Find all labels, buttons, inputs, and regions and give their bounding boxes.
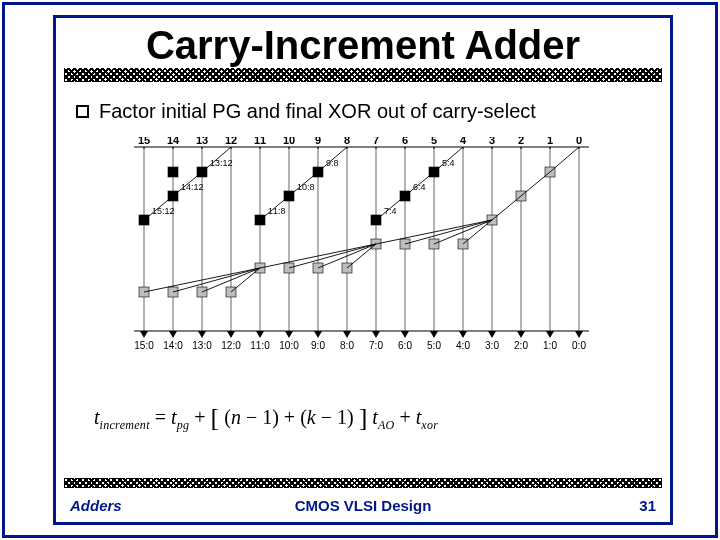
bullet-text: Factor initial PG and final XOR out of c… (99, 100, 536, 122)
prefix-tree-figure: 151413121110987654321015:014:013:012:011… (121, 137, 605, 391)
svg-marker-62 (546, 331, 554, 338)
svg-text:7:0: 7:0 (369, 340, 383, 351)
svg-text:3: 3 (489, 137, 495, 146)
bullet-square-icon (76, 105, 89, 118)
svg-text:6:4: 6:4 (413, 182, 426, 192)
eq-t3-sub: xor (421, 418, 438, 432)
svg-text:7: 7 (373, 137, 379, 146)
eq-plus3: + (399, 406, 415, 428)
svg-line-117 (318, 147, 347, 172)
footer-center: CMOS VLSI Design (64, 497, 662, 514)
svg-marker-34 (140, 331, 148, 338)
eq-t1-sub: pg (177, 418, 190, 432)
timing-equation: tincrement = tpg + [ (n − 1) + (k − 1) ]… (94, 401, 670, 433)
svg-marker-46 (314, 331, 322, 338)
svg-line-118 (434, 147, 463, 172)
svg-text:8: 8 (344, 137, 350, 146)
svg-marker-58 (488, 331, 496, 338)
svg-marker-38 (198, 331, 206, 338)
svg-text:11: 11 (254, 137, 266, 146)
svg-text:11:0: 11:0 (250, 340, 270, 351)
eq-plus2: + (284, 406, 300, 428)
svg-text:14: 14 (167, 137, 180, 146)
eq-close-bracket: ] (359, 403, 368, 432)
svg-text:4:0: 4:0 (456, 340, 470, 351)
svg-marker-64 (575, 331, 583, 338)
svg-text:0: 0 (576, 137, 582, 146)
svg-text:6: 6 (402, 137, 408, 146)
svg-marker-54 (430, 331, 438, 338)
footer-right: 31 (639, 497, 656, 514)
eq-sign: = (155, 406, 171, 428)
svg-text:13:12: 13:12 (210, 158, 233, 168)
svg-text:5: 5 (431, 137, 437, 146)
svg-line-124 (376, 196, 405, 220)
svg-line-134 (289, 244, 376, 268)
svg-text:12:0: 12:0 (221, 340, 241, 351)
eq-k: k (307, 406, 316, 428)
svg-text:10:0: 10:0 (279, 340, 299, 351)
svg-marker-44 (285, 331, 293, 338)
svg-line-127 (492, 196, 521, 220)
svg-text:12: 12 (225, 137, 237, 146)
svg-text:10: 10 (283, 137, 295, 146)
footer: Adders CMOS VLSI Design 31 (64, 492, 662, 514)
svg-line-121 (405, 172, 434, 196)
svg-marker-50 (372, 331, 380, 338)
eq-p2a: ( (300, 406, 307, 428)
svg-text:9:0: 9:0 (311, 340, 325, 351)
svg-text:2: 2 (518, 137, 524, 146)
inner-frame: Carry-Increment Adder Factor initial PG … (53, 15, 673, 525)
svg-line-130 (405, 220, 492, 244)
eq-n: n (231, 406, 241, 428)
svg-marker-36 (169, 331, 177, 338)
svg-text:3:0: 3:0 (485, 340, 499, 351)
svg-text:2:0: 2:0 (514, 340, 528, 351)
svg-marker-42 (256, 331, 264, 338)
svg-marker-40 (227, 331, 235, 338)
svg-text:6:0: 6:0 (398, 340, 412, 351)
eq-m2: − 1 (316, 406, 347, 428)
eq-open-bracket: [ (211, 403, 220, 432)
svg-text:5:0: 5:0 (427, 340, 441, 351)
svg-text:14:0: 14:0 (163, 340, 183, 351)
svg-rect-82 (168, 167, 178, 177)
bullet-line: Factor initial PG and final XOR out of c… (76, 100, 662, 123)
svg-text:15:0: 15:0 (134, 340, 154, 351)
svg-text:13: 13 (196, 137, 208, 146)
svg-line-126 (521, 172, 550, 196)
svg-text:4: 4 (460, 137, 467, 146)
svg-text:8:0: 8:0 (340, 340, 354, 351)
slide-title: Carry-Increment Adder (64, 24, 662, 66)
svg-text:0:0: 0:0 (572, 340, 586, 351)
eq-p1a: ( (224, 406, 231, 428)
svg-text:7:4: 7:4 (384, 206, 397, 216)
eq-t2-sub: AO (378, 418, 395, 432)
eq-m1: − 1 (241, 406, 272, 428)
prefix-tree-svg: 151413121110987654321015:014:013:012:011… (121, 137, 605, 391)
svg-text:1: 1 (547, 137, 553, 146)
svg-marker-48 (343, 331, 351, 338)
svg-marker-56 (459, 331, 467, 338)
svg-text:1:0: 1:0 (543, 340, 557, 351)
svg-line-138 (173, 268, 260, 292)
outer-frame: Carry-Increment Adder Factor initial PG … (2, 2, 718, 538)
eq-p1b: ) (272, 406, 279, 428)
eq-p2b: ) (347, 406, 354, 428)
svg-text:13:0: 13:0 (192, 340, 212, 351)
svg-line-125 (550, 147, 579, 172)
footer-rule (64, 478, 662, 488)
svg-text:15: 15 (138, 137, 150, 146)
title-underline (64, 68, 662, 82)
eq-lhs-sub: increment (100, 418, 150, 432)
svg-marker-60 (517, 331, 525, 338)
svg-text:9: 9 (315, 137, 321, 146)
eq-plus1: + (194, 406, 210, 428)
svg-marker-52 (401, 331, 409, 338)
